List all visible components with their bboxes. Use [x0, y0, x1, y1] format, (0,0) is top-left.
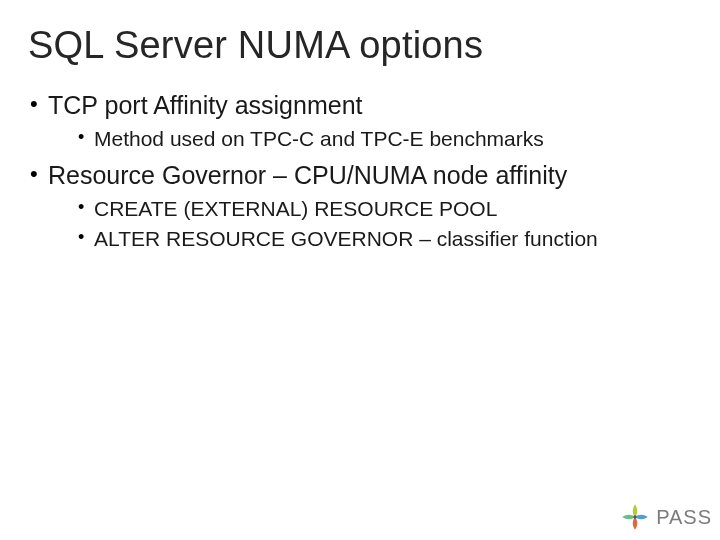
list-item: Resource Governor – CPU/NUMA node affini… [30, 160, 692, 252]
list-item: Method used on TPC-C and TPC-E benchmark… [78, 125, 692, 152]
pass-logo: PASS [620, 502, 712, 532]
slide: SQL Server NUMA options TCP port Affinit… [0, 0, 720, 540]
sub-bullet-list: Method used on TPC-C and TPC-E benchmark… [48, 125, 692, 152]
bullet-list: TCP port Affinity assignment Method used… [28, 90, 692, 252]
pass-logo-icon [620, 502, 650, 532]
page-title: SQL Server NUMA options [28, 24, 692, 68]
slide-content: TCP port Affinity assignment Method used… [28, 90, 692, 252]
bullet-text: CREATE (EXTERNAL) RESOURCE POOL [94, 197, 497, 220]
list-item: CREATE (EXTERNAL) RESOURCE POOL [78, 195, 692, 222]
pass-logo-text: PASS [656, 506, 712, 529]
bullet-text: Resource Governor – CPU/NUMA node affini… [48, 161, 567, 189]
bullet-text: ALTER RESOURCE GOVERNOR – classifier fun… [94, 227, 598, 250]
bullet-text: Method used on TPC-C and TPC-E benchmark… [94, 127, 544, 150]
svg-point-0 [633, 515, 636, 518]
list-item: TCP port Affinity assignment Method used… [30, 90, 692, 153]
list-item: ALTER RESOURCE GOVERNOR – classifier fun… [78, 225, 692, 252]
bullet-text: TCP port Affinity assignment [48, 91, 363, 119]
sub-bullet-list: CREATE (EXTERNAL) RESOURCE POOL ALTER RE… [48, 195, 692, 252]
